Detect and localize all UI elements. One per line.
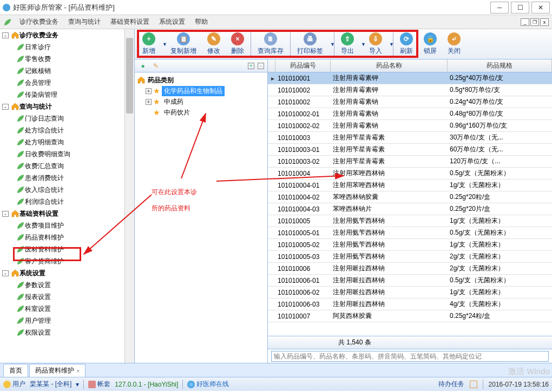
status-online[interactable]: 好医师在线 xyxy=(187,380,229,389)
mdi-restore-button[interactable]: ❐ xyxy=(530,18,539,26)
close-window-button[interactable]: ✕ xyxy=(531,2,550,14)
menu-item[interactable]: 系统设置 xyxy=(155,16,189,28)
status-book[interactable]: 帐套 xyxy=(88,380,110,389)
tree-add-icon[interactable]: ● xyxy=(138,61,148,71)
expander-icon[interactable]: + xyxy=(146,88,152,94)
table-row[interactable]: 101010004-03苯唑西林钠片0.25g*20片/盒 xyxy=(268,203,552,215)
tree-item[interactable]: +★中成药 xyxy=(136,96,266,107)
expander-icon[interactable]: + xyxy=(146,99,152,105)
tree-item[interactable]: +★化学药品和生物制品 xyxy=(136,85,266,96)
nav-item[interactable]: 处方明细查询 xyxy=(0,136,134,148)
table-row[interactable]: 101010006-03注射用哌拉西林钠4g/支（无菌粉末） xyxy=(268,298,552,310)
expander-icon[interactable]: - xyxy=(2,270,9,276)
table-row[interactable]: ▸101010001注射用青霉素钾0.25g*40万单位/支 xyxy=(268,72,552,84)
nav-group[interactable]: -基础资料设置 xyxy=(0,208,134,220)
mdi-minimize-button[interactable]: _ xyxy=(521,18,529,26)
grid-header-name[interactable]: 药品名称 xyxy=(331,59,448,72)
table-row[interactable]: 101010002-02注射用青霉素钠0.96g*160万单位/支 xyxy=(268,120,552,132)
table-row[interactable]: 101010005-03注射用氨苄西林钠2g/支（无菌粉末） xyxy=(268,251,552,263)
nav-item[interactable]: 收费汇总查询 xyxy=(0,160,134,172)
toolbar-stock-button[interactable]: 🗎查询库存 xyxy=(252,30,289,58)
category-tree[interactable]: 药品类别+★化学药品和生物制品+★中成药★中药饮片 xyxy=(135,72,267,363)
scrollbar-thumb[interactable] xyxy=(126,38,133,114)
toolbar-import-dropdown[interactable]: ▼ xyxy=(387,42,392,47)
nav-item[interactable]: 传染病管理 xyxy=(0,89,134,101)
toolbar-edit-button[interactable]: ✎修改 xyxy=(202,30,226,58)
nav-group[interactable]: -查询与统计 xyxy=(0,101,134,112)
table-row[interactable]: 101010005-02注射用氨苄西林钠1g/支（无菌粉末） xyxy=(268,239,552,251)
tree-expand-all-icon[interactable]: + xyxy=(248,63,254,69)
nav-group[interactable]: -系统设置 xyxy=(0,267,134,279)
nav-item[interactable]: 用户管理 xyxy=(0,315,134,327)
toolbar-add-button[interactable]: +新增 xyxy=(137,30,161,58)
toolbar-del-button[interactable]: ×删除 xyxy=(226,30,249,58)
tree-collapse-all-icon[interactable]: - xyxy=(258,63,264,69)
maximize-button[interactable]: ☐ xyxy=(511,2,529,14)
table-row[interactable]: 101010003-01注射用苄星青霉素60万单位/支（无... xyxy=(268,144,552,156)
toolbar-copyadd-button[interactable]: 📋复制新增 xyxy=(165,30,202,58)
minimize-button[interactable]: ─ xyxy=(490,2,509,14)
toolbar-print-button[interactable]: 🖶打印标签 xyxy=(292,30,328,58)
nav-tree[interactable]: -诊疗收费业务日常诊疗零售收费记账核销会员管理传染病管理-查询与统计门诊日志查询… xyxy=(0,29,134,363)
nav-item[interactable]: 收入综合统计 xyxy=(0,184,134,196)
scrollbar-vertical[interactable] xyxy=(124,29,134,363)
nav-item[interactable]: 会员管理 xyxy=(0,77,134,89)
nav-group[interactable]: -诊疗收费业务 xyxy=(0,29,134,41)
table-row[interactable]: 101010003-02注射用苄星青霉素120万单位/支（... xyxy=(268,156,552,168)
tab[interactable]: 首页 xyxy=(3,364,28,377)
grid-header-spec[interactable]: 药品规格 xyxy=(448,59,552,72)
table-row[interactable]: 101010003注射用苄星青霉素30万单位/支（无... xyxy=(268,132,552,144)
search-input[interactable] xyxy=(271,351,549,362)
nav-item[interactable]: 客户货商维护 xyxy=(0,255,134,267)
tree-item[interactable]: ★中药饮片 xyxy=(136,107,266,118)
toolbar-close-button[interactable]: ⤶关闭 xyxy=(442,30,466,58)
menu-item[interactable]: 帮助 xyxy=(190,16,212,28)
tab[interactable]: 药品资料维护× xyxy=(29,364,86,377)
nav-item[interactable]: 日收费明细查询 xyxy=(0,148,134,160)
table-row[interactable]: 101010004-01注射用苯唑西林钠1g/支（无菌粉末） xyxy=(268,180,552,191)
toolbar-lock-button[interactable]: 🔒锁屏 xyxy=(418,30,442,58)
nav-item[interactable]: 记账核销 xyxy=(0,65,134,77)
grid-header-code[interactable]: 药品编号 xyxy=(275,59,331,72)
nav-item[interactable]: 报表设置 xyxy=(0,291,134,303)
table-row[interactable]: 101010005注射用氨苄西林钠1g/支（无菌粉末） xyxy=(268,215,552,227)
nav-item[interactable]: 处方综合统计 xyxy=(0,124,134,136)
nav-item[interactable]: 日常诊疗 xyxy=(0,41,134,53)
menu-item[interactable]: 查询与统计 xyxy=(64,16,105,28)
nav-item[interactable]: 权限设置 xyxy=(0,327,134,338)
toolbar-import-button[interactable]: ⇩导入 xyxy=(364,30,387,58)
toolbar-refresh-button[interactable]: ⟳刷新 xyxy=(395,30,418,58)
nav-item[interactable]: 患者消费统计 xyxy=(0,172,134,184)
status-user[interactable]: 用户 xyxy=(3,380,25,389)
nav-item[interactable]: 零售收费 xyxy=(0,53,134,65)
table-row[interactable]: 101010005-01注射用氨苄西林钠0.5g/支（无菌粉末） xyxy=(268,227,552,239)
table-row[interactable]: 101010002注射用青霉素钠0.24g*40万单位/支 xyxy=(268,96,552,108)
table-row[interactable]: 101010004注射用苯唑西林钠0.5g/支（无菌粉末） xyxy=(268,168,552,180)
toolbar-print-dropdown[interactable]: ▼ xyxy=(328,42,333,47)
nav-item[interactable]: 参数设置 xyxy=(0,279,134,291)
mdi-close-button[interactable]: x xyxy=(540,18,549,26)
menu-item[interactable]: 基础资料设置 xyxy=(106,16,154,28)
table-row[interactable]: 101010006-01注射用哌拉西林钠0.5g/支（无菌粉末） xyxy=(268,275,552,287)
nav-item[interactable]: 科室设置 xyxy=(0,303,134,315)
toolbar-add-dropdown[interactable]: ▼ xyxy=(161,42,165,47)
table-row[interactable]: 101010007阿莫西林胶囊0.25g*24粒/盒 xyxy=(268,310,552,322)
nav-item[interactable]: 利润综合统计 xyxy=(0,196,134,208)
nav-item[interactable]: 医材资料维护 xyxy=(0,243,134,255)
tree-edit-icon[interactable]: ✎ xyxy=(151,61,161,71)
grid-body[interactable]: ▸101010001注射用青霉素钾0.25g*40万单位/支101010002注… xyxy=(268,72,552,336)
tree-root[interactable]: 药品类别 xyxy=(136,75,266,85)
table-row[interactable]: 101010004-02苯唑西林钠胶囊0.25g*20粒/盒 xyxy=(268,191,552,203)
menu-item[interactable]: 诊疗收费业务 xyxy=(15,16,63,28)
expander-icon[interactable]: - xyxy=(2,32,9,38)
nav-item[interactable]: 收费项目维护 xyxy=(0,220,134,231)
nav-item[interactable]: 门诊日志查询 xyxy=(0,112,134,124)
expander-icon[interactable]: - xyxy=(2,211,9,217)
table-row[interactable]: 101010006注射用哌拉西林钠2g/支（无菌粉末） xyxy=(268,263,552,275)
expander-icon[interactable]: - xyxy=(2,104,9,110)
status-todo[interactable]: 待办任务 xyxy=(438,380,464,389)
tab-close-icon[interactable]: × xyxy=(76,368,80,374)
table-row[interactable]: 101010006-02注射用哌拉西林钠1g/支（无菌粉末） xyxy=(268,287,552,298)
toolbar-export-dropdown[interactable]: ▼ xyxy=(359,42,364,47)
table-row[interactable]: 101010002-01注射用青霉素钠0.48g*80万单位/支 xyxy=(268,108,552,120)
